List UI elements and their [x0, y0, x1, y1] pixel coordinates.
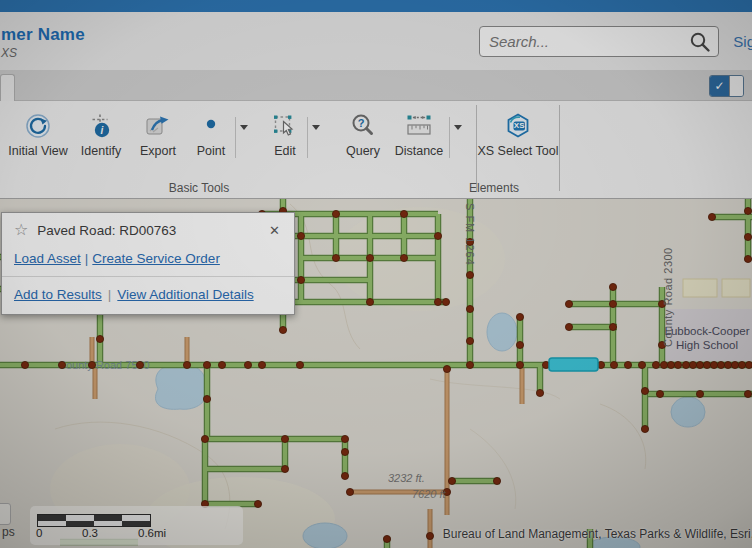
view-additional-details-link[interactable]: View Additional Details	[117, 287, 253, 302]
tool-distance[interactable]: Distance	[391, 101, 447, 158]
tool-label: Identify	[81, 144, 121, 158]
sign-in-link[interactable]: Sig	[733, 33, 752, 50]
point-dropdown-caret[interactable]	[235, 117, 253, 158]
link-separator: |	[85, 251, 89, 266]
tool-point-split: Point	[189, 101, 253, 158]
tool-label: Query	[346, 144, 380, 158]
identify-popup: ☆ Paved Road: RD00763 ✕ Load Asset|Creat…	[1, 212, 295, 315]
app-brand: mer Name XS	[1, 25, 85, 60]
export-icon	[144, 112, 172, 140]
tool-edit-split: Edit	[265, 101, 325, 158]
search-box[interactable]	[479, 26, 719, 57]
load-asset-link[interactable]: Load Asset	[14, 251, 81, 266]
tool-export[interactable]: Export	[133, 101, 183, 158]
tool-initial-view[interactable]: Initial View	[7, 101, 69, 158]
popup-actions-row1: Load Asset|Create Service Order	[14, 251, 282, 266]
toggle-check-icon: ✓	[710, 76, 729, 96]
tool-xs-select[interactable]: XS XS Select Tool	[477, 101, 559, 158]
scale-tick: 0.6mi	[138, 527, 166, 539]
map-label-s-fm-1264: S FM 1264	[464, 203, 476, 266]
map-label-elevation-7620: 7620 ft	[412, 488, 447, 500]
tool-identify[interactable]: i Identify	[73, 101, 129, 158]
app-subtitle: XS	[1, 46, 85, 60]
search-input[interactable]	[487, 32, 689, 51]
search-icon[interactable]	[689, 31, 711, 53]
point-icon	[197, 112, 225, 140]
selected-road-segment[interactable]	[549, 358, 598, 371]
map-label-elevation-3232: 3232 ft.	[388, 472, 425, 484]
tool-label: Distance	[395, 144, 444, 158]
svg-text:?: ?	[358, 117, 365, 129]
scale-bar-segments	[37, 514, 151, 527]
edit-dropdown-caret[interactable]	[307, 117, 325, 158]
favorite-star-icon[interactable]: ☆	[14, 222, 28, 238]
map-label-county-road-7500: County Road 7500	[58, 359, 150, 371]
tool-label: Edit	[274, 144, 296, 158]
ribbon-tool-panel: Initial View i Identify Export	[0, 101, 752, 199]
xs-select-icon: XS	[504, 112, 532, 140]
scale-tick: 0	[36, 527, 42, 539]
browser-top-bar	[0, 0, 752, 12]
query-icon: ?	[349, 112, 377, 140]
tool-label: Initial View	[8, 144, 68, 158]
svg-text:i: i	[101, 125, 104, 136]
group-label-elements: Elements	[452, 181, 536, 195]
tool-point[interactable]: Point	[189, 101, 233, 158]
chevron-down-icon	[312, 125, 320, 130]
chevron-down-icon	[454, 125, 462, 130]
group-divider	[559, 105, 560, 191]
toggle-knob	[729, 76, 743, 96]
popup-title: Paved Road: RD00763	[37, 223, 176, 238]
map-label-school-line2: High School	[676, 339, 738, 351]
link-separator: |	[108, 287, 112, 302]
popup-divider	[2, 276, 294, 277]
ribbon-tab-strip: ✓	[0, 70, 752, 101]
ribbon-tab-stub[interactable]	[0, 74, 15, 101]
tool-label: Point	[197, 144, 226, 158]
map-attribution: Bureau of Land Management, Texas Parks &…	[443, 527, 752, 541]
edit-icon	[271, 112, 299, 140]
tool-label: Export	[140, 144, 176, 158]
building-footprint	[683, 279, 717, 297]
distance-dropdown-caret[interactable]	[449, 117, 467, 158]
group-label-basic-tools: Basic Tools	[0, 181, 398, 195]
app-title: mer Name	[1, 25, 85, 45]
map-canvas[interactable]: County Road 7500 S FM 1264 County Road 2…	[0, 199, 752, 548]
app-header: mer Name XS Sig	[0, 12, 752, 70]
distance-icon	[405, 112, 433, 140]
app-window: mer Name XS Sig ✓	[0, 0, 752, 548]
tool-distance-split: Distance	[391, 101, 467, 158]
create-service-order-link[interactable]: Create Service Order	[92, 251, 220, 266]
add-to-results-link[interactable]: Add to Results	[14, 287, 102, 302]
initial-view-icon	[24, 112, 52, 140]
close-icon[interactable]: ✕	[267, 223, 282, 238]
scale-tick: 0.3	[82, 527, 98, 539]
clipped-widget[interactable]	[0, 503, 11, 525]
clipped-widget-label: ps	[2, 525, 15, 539]
scale-bar: 0 0.3 0.6mi	[30, 506, 243, 545]
ribbon-toggle[interactable]: ✓	[709, 75, 744, 97]
tool-label: XS Select Tool	[477, 144, 558, 158]
building-footprint	[722, 279, 750, 297]
map-label-school-line1: Lubbock-Cooper	[664, 325, 749, 337]
toolbar-ribbon: ✓ Initial View i Identi	[0, 70, 752, 199]
chevron-down-icon	[240, 125, 248, 130]
identify-icon: i	[87, 112, 115, 140]
tool-query[interactable]: ? Query	[337, 101, 389, 158]
tool-edit[interactable]: Edit	[265, 101, 305, 158]
popup-actions-row2: Add to Results|View Additional Details	[14, 287, 282, 302]
svg-text:XS: XS	[514, 121, 525, 130]
